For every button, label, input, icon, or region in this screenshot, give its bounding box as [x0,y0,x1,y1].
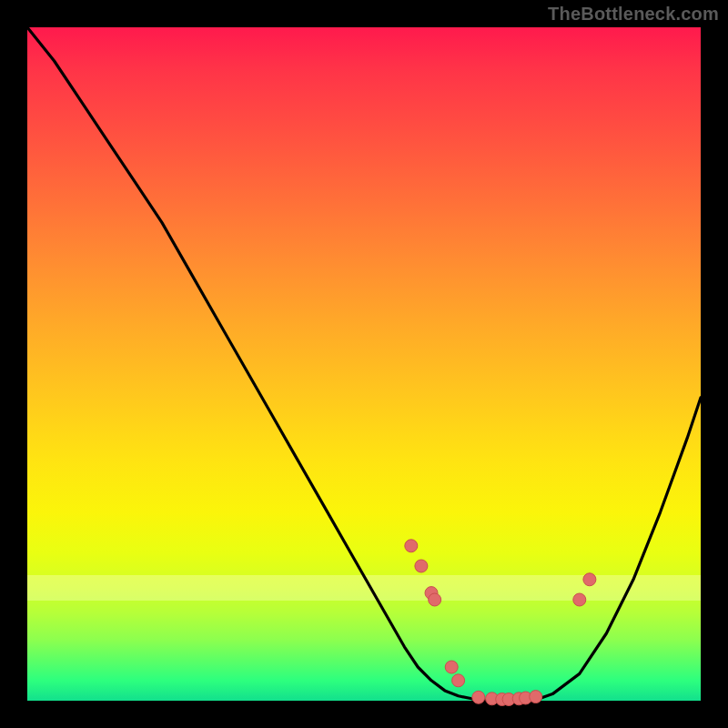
datapoint [530,691,542,703]
datapoint [502,693,515,706]
datapoint [452,674,465,687]
chart-stage: TheBottleneck.com [0,0,728,728]
chart-svg [27,27,701,701]
watermark-label: TheBottleneck.com [548,4,719,25]
datapoint [472,691,485,703]
datapoint [520,692,532,704]
datapoint [496,693,509,706]
datapoint [512,693,525,705]
datapoint [486,693,499,705]
datapoint [415,560,428,572]
datapoint [445,661,458,673]
plot-area [27,27,701,701]
datapoint [573,593,586,606]
datapoint [583,573,596,586]
datapoints-group [405,540,596,706]
bottleneck-curve [27,27,701,701]
datapoint [429,593,441,606]
highlight-band [27,575,701,601]
datapoint [405,540,418,552]
datapoint [425,587,438,600]
